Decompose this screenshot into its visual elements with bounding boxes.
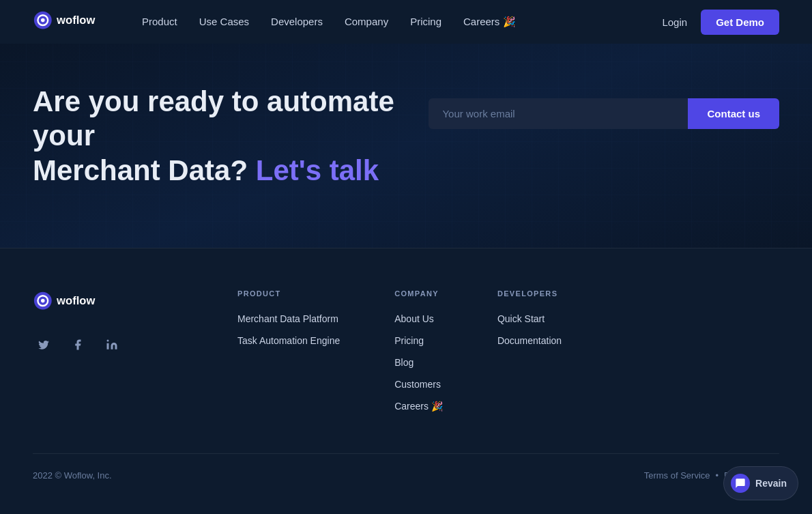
footer-col-product: PRODUCT Merchant Data Platform Task Auto… bbox=[237, 289, 340, 412]
svg-text:woflow: woflow bbox=[56, 294, 95, 307]
terms-link[interactable]: Terms of Service bbox=[644, 470, 710, 481]
svg-point-2 bbox=[41, 18, 45, 23]
list-item[interactable]: Quick Start bbox=[497, 313, 562, 325]
revain-icon bbox=[731, 474, 750, 493]
twitter-icon[interactable] bbox=[33, 334, 55, 356]
nav-item-product[interactable]: Product bbox=[142, 16, 177, 28]
list-item[interactable]: Customers bbox=[394, 378, 443, 390]
footer-top: woflow bbox=[33, 289, 779, 412]
navbar: woflow Product Use Cases Developers Comp… bbox=[0, 0, 812, 44]
list-item[interactable]: Documentation bbox=[497, 334, 562, 347]
footer-developers-links: Quick Start Documentation bbox=[497, 313, 562, 347]
footer-logo: woflow bbox=[33, 289, 115, 315]
footer-brand: woflow bbox=[33, 289, 183, 412]
revain-label: Revain bbox=[755, 478, 787, 489]
get-demo-button[interactable]: Get Demo bbox=[701, 10, 779, 35]
footer-bottom: 2022 © Woflow, Inc. Terms of Service • P… bbox=[33, 453, 779, 481]
footer-columns: PRODUCT Merchant Data Platform Task Auto… bbox=[237, 289, 779, 412]
nav-right: Login Get Demo bbox=[662, 10, 779, 35]
footer-developers-heading: DEVELOPERS bbox=[497, 289, 562, 298]
hero-section: Are you ready to automate yourMerchant D… bbox=[0, 44, 812, 248]
svg-text:woflow: woflow bbox=[56, 14, 95, 27]
list-item[interactable]: Merchant Data Platform bbox=[237, 313, 340, 325]
social-icons bbox=[33, 334, 183, 356]
nav-links: Product Use Cases Developers Company Pri… bbox=[142, 16, 516, 28]
nav-item-developers[interactable]: Developers bbox=[271, 16, 323, 28]
footer-company-heading: COMPANY bbox=[394, 289, 443, 298]
list-item[interactable]: Blog bbox=[394, 356, 443, 369]
list-item[interactable]: Pricing bbox=[394, 334, 443, 347]
nav-item-company[interactable]: Company bbox=[345, 16, 388, 28]
nav-item-use-cases[interactable]: Use Cases bbox=[199, 16, 249, 28]
linkedin-icon[interactable] bbox=[101, 334, 123, 356]
nav-logo[interactable]: woflow bbox=[33, 9, 115, 34]
facebook-icon[interactable] bbox=[67, 334, 89, 356]
email-input[interactable] bbox=[429, 98, 688, 129]
hero-form: Contact us bbox=[429, 98, 779, 129]
hero-background bbox=[0, 44, 812, 248]
nav-left: woflow Product Use Cases Developers Comp… bbox=[33, 9, 516, 34]
nav-item-pricing[interactable]: Pricing bbox=[410, 16, 441, 28]
list-item[interactable]: Task Automation Engine bbox=[237, 334, 340, 347]
svg-point-6 bbox=[41, 299, 45, 303]
list-item[interactable]: About Us bbox=[394, 313, 443, 325]
nav-item-careers[interactable]: Careers 🎉 bbox=[463, 16, 516, 28]
footer: woflow bbox=[0, 248, 812, 508]
login-link[interactable]: Login bbox=[662, 16, 687, 28]
list-item[interactable]: Careers 🎉 bbox=[394, 400, 443, 412]
footer-col-developers: DEVELOPERS Quick Start Documentation bbox=[497, 289, 562, 412]
footer-col-company: COMPANY About Us Pricing Blog Customers … bbox=[394, 289, 443, 412]
revain-widget[interactable]: Revain bbox=[723, 466, 798, 500]
dot-separator: • bbox=[716, 470, 719, 481]
contact-us-button[interactable]: Contact us bbox=[688, 98, 779, 129]
footer-company-links: About Us Pricing Blog Customers Careers … bbox=[394, 313, 443, 412]
copyright-text: 2022 © Woflow, Inc. bbox=[33, 470, 112, 481]
footer-product-heading: PRODUCT bbox=[237, 289, 340, 298]
footer-product-links: Merchant Data Platform Task Automation E… bbox=[237, 313, 340, 347]
svg-point-8 bbox=[107, 340, 109, 342]
